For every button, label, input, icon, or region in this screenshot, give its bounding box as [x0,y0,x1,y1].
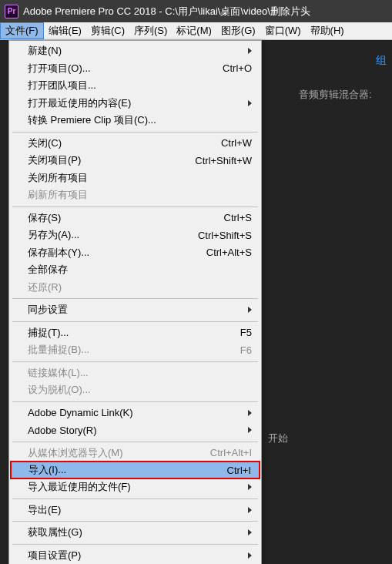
menu-item-refresh-all: 刷新所有项目 [11,186,260,204]
menu-separator [12,499,258,499]
menu-item-link-media: 链接媒体(L)... [11,364,260,382]
menu-item-adobe-dynamic-link[interactable]: Adobe Dynamic Link(K) [11,405,260,422]
menu-graphics[interactable]: 图形(G) [216,22,260,39]
workspace: 组 音频剪辑混合器: 开始 新建(N) 打开项目(O)... Ctrl+O 打开… [0,40,392,564]
menu-item-close-all[interactable]: 关闭所有项目 [11,170,260,187]
submenu-arrow-icon [248,427,252,433]
menu-marker[interactable]: 标记(M) [172,22,216,39]
menu-item-get-properties[interactable]: 获取属性(G) [11,524,260,542]
submenu-arrow-icon [248,507,252,513]
menu-item-import[interactable]: 导入(I)... Ctrl+I [10,461,260,479]
menu-item-new[interactable]: 新建(N) [11,42,260,60]
menu-separator [12,132,258,133]
menu-item-make-offline: 设为脱机(O)... [11,381,260,399]
menu-window[interactable]: 窗口(W) [260,22,306,39]
submenu-arrow-icon [248,48,252,54]
menu-item-project-settings[interactable]: 项目设置(P) [11,547,260,565]
submenu-arrow-icon [248,552,252,559]
titlebar: Pr Adobe Premiere Pro CC 2018 - C:\用户\li… [0,0,392,22]
menu-item-save[interactable]: 保存(S) Ctrl+S [11,210,260,227]
start-label: 开始 [268,431,288,445]
menu-edit[interactable]: 编辑(E) [44,22,86,39]
menu-item-sync-settings[interactable]: 同步设置 [11,301,260,319]
menu-separator [12,521,258,522]
menu-clip[interactable]: 剪辑(C) [86,22,129,39]
submenu-arrow-icon [248,484,252,490]
menu-item-save-as[interactable]: 另存为(A)... Ctrl+Shift+S [11,227,260,244]
menu-item-export[interactable]: 导出(E) [11,502,260,519]
menu-item-import-from-browser: 从媒体浏览器导入(M) Ctrl+Alt+I [11,445,260,462]
menu-item-adobe-story[interactable]: Adobe Story(R) [11,421,260,439]
menu-file[interactable]: 文件(F) [0,22,44,39]
submenu-arrow-icon [248,529,252,535]
menu-separator [12,361,258,362]
menu-sequence[interactable]: 序列(S) [129,22,172,39]
menu-separator [12,298,258,299]
submenu-arrow-icon [248,100,252,106]
menu-item-revert: 还原(R) [11,279,260,297]
titlebar-text: Adobe Premiere Pro CC 2018 - C:\用户\likai… [23,5,310,18]
menu-item-close-project[interactable]: 关闭项目(P) Ctrl+Shift+W [11,152,260,170]
menu-separator [12,206,258,207]
menu-item-open-project[interactable]: 打开项目(O)... Ctrl+O [11,60,260,78]
menu-item-capture[interactable]: 捕捉(T)... F5 [11,324,260,342]
menu-item-batch-capture: 批量捕捉(B)... F6 [11,341,260,359]
menubar: 文件(F) 编辑(E) 剪辑(C) 序列(S) 标记(M) 图形(G) 窗口(W… [0,22,392,40]
menu-item-close[interactable]: 关闭(C) Ctrl+W [11,135,260,153]
menu-separator [12,544,258,545]
menu-item-open-team[interactable]: 打开团队项目... [11,77,260,95]
menu-item-import-recent[interactable]: 导入最近使用的文件(F) [11,478,260,496]
app-icon: Pr [5,5,18,18]
menu-item-open-recent[interactable]: 打开最近使用的内容(E) [11,95,260,112]
audio-mixer-label: 音频剪辑混合器: [299,88,372,102]
menu-item-convert-clip[interactable]: 转换 Premiere Clip 项目(C)... [11,112,260,129]
menu-item-save-copy[interactable]: 保存副本(Y)... Ctrl+Alt+S [11,244,260,262]
menu-separator [12,321,258,322]
group-link[interactable]: 组 [376,54,387,68]
file-menu-dropdown: 新建(N) 打开项目(O)... Ctrl+O 打开团队项目... 打开最近使用… [8,40,262,564]
submenu-arrow-icon [248,307,252,313]
menu-separator [12,441,258,442]
submenu-arrow-icon [248,410,252,416]
menu-separator [12,401,258,402]
menu-help[interactable]: 帮助(H) [306,22,349,39]
menu-item-save-all[interactable]: 全部保存 [11,261,260,279]
